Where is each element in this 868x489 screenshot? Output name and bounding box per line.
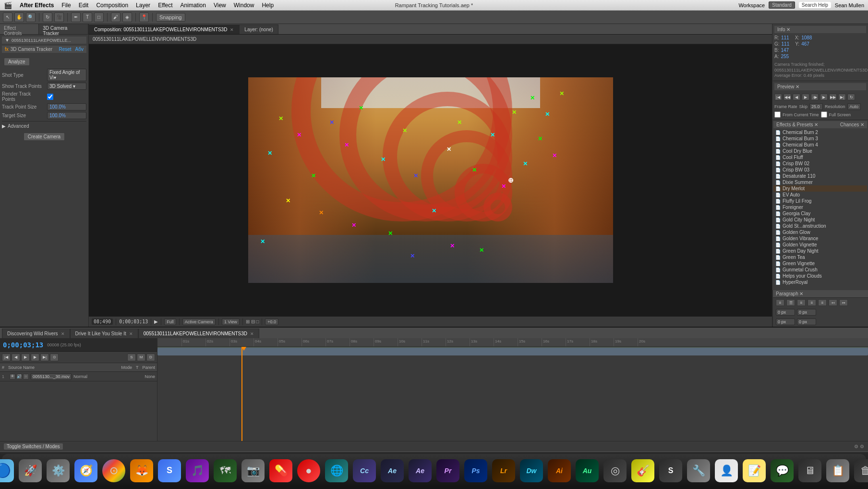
dock-settings[interactable]: ⚙️ — [45, 458, 71, 484]
layer-solo-btn[interactable]: ○ — [23, 374, 29, 379]
dock-ps[interactable]: Ps — [463, 458, 489, 484]
prev-back[interactable]: ◀◀ — [784, 94, 791, 100]
dock-aperture[interactable]: ◎ — [602, 458, 628, 484]
dock-trash[interactable]: 🗑 — [853, 458, 868, 484]
effect-fluffy[interactable]: 📄 Fluffy Lil Frog — [773, 198, 867, 204]
dock-dw[interactable]: Dw — [518, 458, 544, 484]
search-box[interactable]: Search Help — [799, 2, 831, 8]
dock-au[interactable]: Au — [574, 458, 600, 484]
tab-3d-camera-tracker[interactable]: 3D Camera Tracker — [39, 24, 88, 34]
menu-effect[interactable]: Effect — [158, 2, 172, 9]
camera-tool[interactable]: 🎥 — [54, 12, 64, 22]
target-size-value[interactable]: 100.0% — [47, 112, 86, 119]
layer-parent[interactable]: None — [145, 374, 155, 379]
dock-firefox[interactable]: 🦊 — [129, 458, 155, 484]
dock-ai[interactable]: Ai — [546, 458, 572, 484]
tl-tab-close[interactable]: ✕ — [61, 331, 65, 336]
tl-fwd-btn[interactable]: ▶ — [31, 354, 39, 361]
dock-ae[interactable]: Ae — [379, 458, 405, 484]
menu-app-name[interactable]: After Effects — [20, 2, 54, 9]
menu-window[interactable]: Window — [234, 2, 254, 9]
dock-pr[interactable]: Pr — [435, 458, 461, 484]
dock-tool1[interactable]: 🔧 — [686, 458, 711, 484]
show-track-value[interactable]: 3D Solved ▾ — [47, 83, 86, 90]
indent-right-input[interactable] — [797, 309, 816, 316]
dock-screen[interactable]: 🖥 — [797, 458, 823, 484]
clone-tool[interactable]: ◈ — [122, 12, 132, 22]
zoom-level[interactable]: +0.0 — [265, 318, 278, 325]
align-center-btn[interactable]: ☰ — [786, 299, 795, 306]
tl-ram-btn[interactable]: ⊙ — [50, 354, 59, 361]
ltr-btn[interactable]: ↦ — [839, 299, 848, 306]
select-tool[interactable]: ↖ — [3, 12, 12, 22]
shape-tool[interactable]: □ — [94, 12, 104, 22]
dock-red2[interactable]: ● — [296, 458, 322, 484]
align-left-btn[interactable]: ≡ — [776, 299, 784, 306]
dock-finder[interactable]: 🔵 — [0, 458, 15, 484]
dock-messages[interactable]: 💬 — [769, 458, 795, 484]
timecode2-display[interactable]: 0;00;03;13 — [119, 319, 148, 324]
about-label[interactable]: Aбv — [75, 47, 84, 52]
dock-globe[interactable]: 🌐 — [324, 458, 350, 484]
tl-tab-close[interactable]: ✕ — [129, 331, 133, 336]
effect-ev-auto[interactable]: 📄 EV Auto — [773, 192, 867, 198]
menu-view[interactable]: View — [214, 2, 226, 9]
comp-viewer[interactable]: ✕ ✕ ✕ ✕ ✕ ✕ ✕ ✕ ✕ ✕ ✕ ✕ ✕ ✕ ✕ ✕ ✕ — [89, 44, 772, 316]
effect-green-vignette[interactable]: 📄 Green Vignette — [773, 260, 867, 267]
indent-left-input[interactable] — [776, 309, 795, 316]
timeline-ruler[interactable]: 01s 02s 03s 04s 05s 06s 07s 08s 09s 10s … — [157, 338, 868, 347]
menu-animation[interactable]: Animation — [181, 2, 206, 9]
effect-chemical-burn-3[interactable]: 📄 Chemical Burn 3 — [773, 135, 867, 142]
puppet-tool[interactable]: 📍 — [139, 12, 149, 22]
dock-chrome[interactable]: ⊙ — [101, 458, 127, 484]
timecode-display[interactable]: 08;490 — [92, 318, 113, 325]
zoom-tool[interactable]: 🔍 — [26, 12, 36, 22]
dock-lr[interactable]: Lr — [491, 458, 517, 484]
effect-dixie-summer[interactable]: 📄 Dixie Summer — [773, 179, 867, 185]
timeline-content[interactable] — [157, 347, 868, 441]
layer-audio-btn[interactable]: 🔊 — [16, 374, 22, 379]
create-camera-button[interactable]: Create Camera — [24, 133, 65, 141]
tl-first-btn[interactable]: |◀ — [2, 354, 11, 361]
justify-all-btn[interactable]: ≡ — [818, 299, 827, 306]
tl-play-btn[interactable]: ▶ — [21, 354, 30, 361]
tl-tab-lake[interactable]: 0055130111LAKEPOWELLENVIRONMENTS3D ✕ — [138, 329, 259, 338]
tl-tab-discovering[interactable]: Discovering Wild Rivers ✕ — [2, 329, 70, 338]
prev-first[interactable]: |◀ — [774, 94, 782, 100]
menu-edit[interactable]: Edit — [79, 2, 89, 9]
effect-golden-glow[interactable]: 📄 Golden Glow — [773, 229, 867, 235]
effect-foreigner[interactable]: 📄 Foreigner — [773, 204, 867, 210]
advanced-row[interactable]: ▶ Advanced — [2, 123, 86, 129]
play-btn[interactable]: ▶ — [154, 319, 158, 324]
dock-skype[interactable]: S — [157, 458, 182, 484]
render-track-check[interactable] — [47, 94, 53, 100]
effect-chemical-burn-2[interactable]: 📄 Chemical Burn 2 — [773, 129, 867, 135]
tab-effect-controls[interactable]: Effect Controls — [0, 24, 39, 34]
effect-green-day-night[interactable]: 📄 Green Day Night — [773, 248, 867, 254]
paint-tool[interactable]: 🖌 — [111, 12, 121, 22]
effect-desaturate-110[interactable]: 📄 Desaturate 110 — [773, 173, 867, 179]
dock-ae2[interactable]: Ae — [407, 458, 433, 484]
menu-layer[interactable]: Layer — [136, 2, 150, 9]
full-screen-check[interactable] — [821, 111, 827, 118]
dock-maps[interactable]: 🗺 — [212, 458, 238, 484]
prev-step-fwd[interactable]: ▶ — [820, 94, 828, 100]
reset-label[interactable]: Reset — [59, 47, 71, 52]
analyze-button[interactable]: Analyze — [4, 58, 30, 66]
pen-tool[interactable]: ✒ — [71, 12, 81, 22]
dock-clipboard[interactable]: 📋 — [825, 458, 851, 484]
dock-safari[interactable]: 🧭 — [73, 458, 99, 484]
rtl-btn[interactable]: ↤ — [829, 299, 837, 306]
layer-name[interactable]: 0055130..._30.mov — [31, 373, 72, 380]
dock-launchpad[interactable]: 🚀 — [17, 458, 43, 484]
workspace-standard-btn[interactable]: Standard — [769, 1, 795, 9]
effect-golden-vignette[interactable]: 📄 Golden Vignette — [773, 242, 867, 248]
view-mode-btn[interactable]: Active Camera — [182, 318, 216, 325]
effect-golden-vibrance[interactable]: 📄 Golden Vibrance — [773, 235, 867, 242]
effect-dry-merlot[interactable]: 📄 Dry Merlot — [773, 185, 867, 192]
timeline-layer-bar[interactable] — [157, 348, 868, 355]
shot-type-value[interactable]: Fixed Angle of Vi▾ — [47, 69, 86, 81]
snapping-label[interactable]: Snapping — [156, 13, 185, 22]
track-point-size-value[interactable]: 100.0% — [47, 103, 86, 110]
playhead[interactable] — [241, 347, 242, 441]
